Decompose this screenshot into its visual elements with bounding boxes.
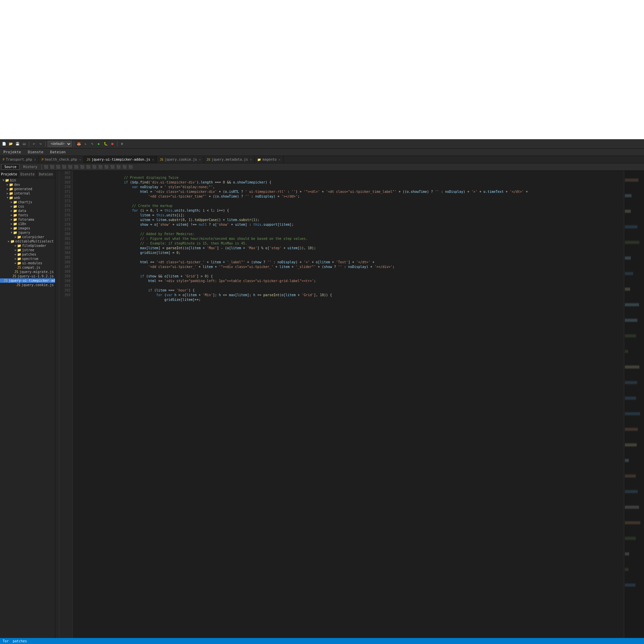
toolbar2-icon14[interactable]: ⬛ xyxy=(122,164,127,170)
tree-label-timepicker-file: jquery-ui-timepicker-addon.js xyxy=(9,279,55,282)
tree-item-colorpicker[interactable]: ▶ 📁 colorpicker xyxy=(0,235,55,239)
tree-item-compat[interactable]: ▶ JS compat.js xyxy=(0,265,55,270)
tree-item-generated[interactable]: ▶ 📁 generated xyxy=(0,187,55,191)
tab-transport-php[interactable]: P Transport.php × xyxy=(0,156,39,163)
tree-item-dev[interactable]: ▶ 📁 dev xyxy=(0,182,55,187)
tree-item-data[interactable]: ▶ 📁 data xyxy=(0,209,55,213)
tab-close-magento[interactable]: × xyxy=(279,158,280,161)
tree-item-ui-modules[interactable]: ▶ 📁 ui-modules xyxy=(0,261,55,265)
tree-item-chartjs[interactable]: ▶ 📁 chartjs xyxy=(0,200,55,204)
tree-item-fileuploader[interactable]: ▶ 📁 fileUploader xyxy=(0,244,55,248)
line-num-368: 368 xyxy=(59,175,72,180)
toolbar2-icon8[interactable]: ⬛ xyxy=(86,164,91,170)
save-all-icon[interactable]: 🗂 xyxy=(21,141,27,147)
folder-icon-jquery: 📁 xyxy=(13,231,17,234)
stop-icon[interactable]: ■ xyxy=(110,141,115,147)
menu-projekte[interactable]: Projekte xyxy=(0,149,24,155)
gutter-line-3 xyxy=(55,180,59,185)
menu-dienste[interactable]: Dienste xyxy=(24,149,47,155)
tree-arrow-images: ▶ xyxy=(11,227,12,230)
tree-arrow-fotorama: ▶ xyxy=(11,218,12,221)
toolbar2-icon3[interactable]: ⬛ xyxy=(55,164,61,170)
line-num-393: 393 xyxy=(59,293,72,298)
history-tab-btn[interactable]: History xyxy=(20,164,40,170)
new-file-icon[interactable]: 📄 xyxy=(1,141,7,147)
tree-label-jstree: jstree xyxy=(22,248,34,252)
tab-magento[interactable]: 📁 magento × xyxy=(255,156,283,163)
settings-icon[interactable]: ⚙ xyxy=(119,141,125,147)
line-num-376: 376 xyxy=(59,213,72,218)
redo-icon[interactable]: ↪ xyxy=(38,141,43,147)
tree-item-timepicker-file[interactable]: ▶ JS jquery-ui-timepicker-addon.js xyxy=(0,278,55,283)
code-content[interactable]: // Prevent displaying Twice if ($dp.find… xyxy=(73,171,624,638)
tree-item-bin[interactable]: ▼ 📁 bin xyxy=(0,178,55,182)
tree-item-fotorama[interactable]: ▶ 📁 fotorama xyxy=(0,217,55,222)
tab-label-transport: Transport.php xyxy=(6,158,32,161)
toolbar2-icon2[interactable]: ⬛ xyxy=(49,164,55,170)
tree-item-editable-multiselect[interactable]: ▶ 📁 editableMultiselect xyxy=(0,239,55,244)
toolbar2-icon5[interactable]: ⬛ xyxy=(67,164,73,170)
folder-icon-dev: 📁 xyxy=(9,183,13,186)
toolbar2-icon12[interactable]: ⬛ xyxy=(110,164,115,170)
gutter-line-17 xyxy=(55,246,59,251)
toolbar2-icon6[interactable]: ⬛ xyxy=(73,164,79,170)
folder-icon-web: 📁 xyxy=(9,196,13,200)
tree-item-jstree[interactable]: ▶ 📁 jstree xyxy=(0,248,55,252)
tab-close-transport[interactable]: × xyxy=(34,158,36,161)
tab-close-health[interactable]: × xyxy=(79,158,81,161)
toolbar2-icon15[interactable]: ⬛ xyxy=(128,164,133,170)
sep3 xyxy=(74,141,74,147)
gutter-line-7 xyxy=(55,199,59,204)
tree-item-jquery-migrate[interactable]: ▶ JS jquery-migrate.js xyxy=(0,270,55,274)
tree-item-internal[interactable]: ▶ 📁 internal xyxy=(0,191,55,196)
edit-icon[interactable]: ✎ xyxy=(90,141,95,147)
toolbar2-icon10[interactable]: ⬛ xyxy=(98,164,103,170)
tab-metadata[interactable]: JS jquery.metadata.js × xyxy=(204,156,255,163)
tree-label-colorpicker: colorpicker xyxy=(22,235,44,239)
toolbar2-icon4[interactable]: ⬛ xyxy=(61,164,67,170)
line-numbers: 367 368 369 370 371 372 373 374 375 376 … xyxy=(59,171,73,638)
tab-close-timepicker[interactable]: × xyxy=(152,158,154,161)
tree-item-css[interactable]: ▶ 📁 css xyxy=(0,204,55,209)
tree-item-spectrum[interactable]: ▶ 📁 spectrum xyxy=(0,257,55,261)
toolbar2-icon13[interactable]: ⬛ xyxy=(116,164,121,170)
tab-timepicker[interactable]: JS jquery-ui-timepicker-addon.js × xyxy=(84,156,157,163)
sidebar-tab-dienste[interactable]: Dienste xyxy=(18,171,37,178)
toolbar2-icon9[interactable]: ⬛ xyxy=(92,164,97,170)
tab-close-cookie[interactable]: × xyxy=(199,158,201,161)
file-icon-migrate: JS xyxy=(14,270,18,274)
save-icon[interactable]: 💾 xyxy=(15,141,20,147)
debug-icon[interactable]: 🐛 xyxy=(103,141,108,147)
source-tab-btn[interactable]: Source xyxy=(1,164,19,170)
folder-icon-generated: 📁 xyxy=(9,187,13,191)
minimap xyxy=(624,171,644,638)
tree-item-i18n[interactable]: ▶ 📁 i18n xyxy=(0,222,55,226)
tree-item-cookie-file[interactable]: ▶ JS jquery.cookie.js xyxy=(0,283,55,287)
tab-icon-js-timepicker: JS xyxy=(87,158,90,161)
menu-dateien[interactable]: Dateien xyxy=(47,149,69,155)
tab-cookie[interactable]: JS jquery.cookie.js × xyxy=(157,156,204,163)
toolbar2-icon11[interactable]: ⬛ xyxy=(104,164,109,170)
tree-label-web: web xyxy=(14,196,20,200)
open-icon[interactable]: 📂 xyxy=(8,141,13,147)
gutter-line-5 xyxy=(55,190,59,194)
gutter-line-10 xyxy=(55,213,59,218)
project-select[interactable]: <default> xyxy=(48,141,72,147)
toolbar2-icon1[interactable]: ⬛ xyxy=(43,164,49,170)
sidebar-tab-dateien[interactable]: Dateien xyxy=(37,171,55,178)
tree-item-fonts[interactable]: ▶ 📁 fonts xyxy=(0,213,55,217)
tree-item-images[interactable]: ▶ 📁 images xyxy=(0,226,55,230)
tab-health-check[interactable]: P health_check.php × xyxy=(39,156,84,163)
undo-icon[interactable]: ↩ xyxy=(31,141,37,147)
toolbar2-icon7[interactable]: ⬛ xyxy=(79,164,85,170)
run-icon[interactable]: ▶ xyxy=(96,141,102,147)
firefox-icon[interactable]: 🦊 xyxy=(76,141,82,147)
tree-item-patches[interactable]: ▶ 📁 patches xyxy=(0,252,55,257)
tree-item-jquery[interactable]: ▼ 📁 jquery xyxy=(0,230,55,235)
sidebar-tab-projekte[interactable]: Projekte xyxy=(0,171,18,178)
line-num-378: 378 xyxy=(59,222,72,227)
tab-close-metadata[interactable]: × xyxy=(250,158,252,161)
tree-item-web[interactable]: ▼ 📁 web xyxy=(0,196,55,200)
cursor-icon[interactable]: ↖ xyxy=(83,141,88,147)
tree-item-jquery-ui-192[interactable]: ▶ JS jquery-ui-1.9.2.js xyxy=(0,274,55,278)
